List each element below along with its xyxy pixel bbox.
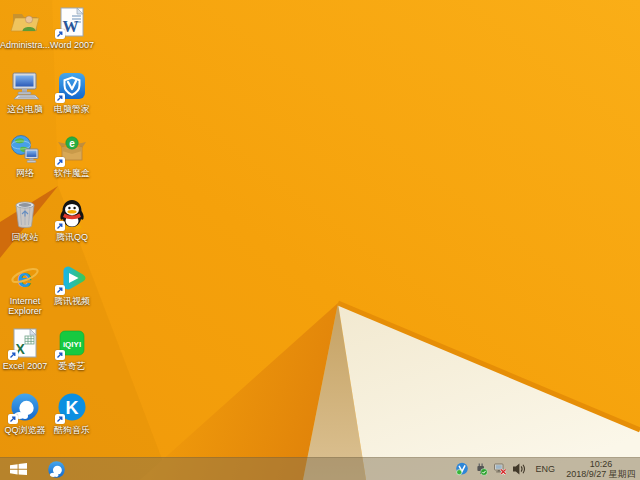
recycle-bin-icon	[9, 198, 41, 230]
start-button[interactable]	[0, 458, 37, 480]
desktop-icon-label: 腾讯QQ	[47, 232, 97, 242]
desktop-icon-label: 软件魔盒	[47, 168, 97, 178]
desktop-icon-label: 网络	[0, 168, 50, 178]
pc-manager-icon	[56, 70, 88, 102]
desktop-icon-excel-2007[interactable]: X Excel 2007	[3, 327, 47, 371]
internet-explorer-icon: e	[9, 262, 41, 294]
desktop-icon-software-magic-box[interactable]: e 软件魔盒	[50, 134, 94, 178]
desktop-icon-label: 爱奇艺	[47, 361, 97, 371]
desktop-icon-this-pc[interactable]: 这台电脑	[3, 70, 47, 114]
taskbar-qq-browser-button[interactable]	[41, 458, 71, 480]
desktop-icon-label: 回收站	[0, 232, 50, 242]
desktop-icon-qq-browser[interactable]: QQ浏览器	[3, 391, 47, 435]
excel-2007-icon: X	[9, 327, 41, 359]
desktop-icon-iqiyi[interactable]: iQIYI 爱奇艺	[50, 327, 94, 371]
desktop-icon-recycle-bin[interactable]: 回收站	[3, 198, 47, 242]
network-disconnected-tray-icon[interactable]	[492, 462, 507, 477]
svg-text:iQIYI: iQIYI	[63, 340, 81, 349]
desktop-icon-internet-explorer[interactable]: e Internet Explorer	[3, 262, 47, 316]
desktop-icon-label: 酷狗音乐	[47, 425, 97, 435]
tencent-video-icon	[56, 262, 88, 294]
desktop-icon-label: 这台电脑	[0, 104, 50, 114]
iqiyi-icon: iQIYI	[56, 327, 88, 359]
desktop-icon-label: 电脑管家	[47, 104, 97, 114]
shortcut-arrow-icon	[8, 414, 18, 424]
shortcut-arrow-icon	[55, 29, 65, 39]
clock-time: 10:26	[590, 459, 613, 469]
desktop-icon-tencent-qq[interactable]: 腾讯QQ	[50, 198, 94, 242]
network-icon	[9, 134, 41, 166]
svg-text:K: K	[66, 398, 79, 418]
desktop-icon-label: 腾讯视频	[47, 296, 97, 306]
pc-manager-tray-icon[interactable]	[454, 462, 469, 477]
svg-text:e: e	[69, 138, 75, 149]
shortcut-arrow-icon	[8, 350, 18, 360]
desktop-icon-label: Administra...	[0, 40, 50, 50]
desktop-icon-pc-manager[interactable]: 电脑管家	[50, 70, 94, 114]
this-pc-icon	[9, 70, 41, 102]
system-tray: ENG 10:26 2018/9/27 星期四	[454, 458, 640, 480]
taskbar-clock[interactable]: 10:26 2018/9/27 星期四	[565, 459, 637, 479]
qq-browser-icon	[9, 391, 41, 423]
taskbar: ENG 10:26 2018/9/27 星期四	[0, 457, 640, 480]
shortcut-arrow-icon	[55, 414, 65, 424]
windows-logo-icon	[10, 463, 27, 475]
volume-tray-icon[interactable]	[511, 462, 526, 477]
software-magic-box-icon: e	[56, 134, 88, 166]
kugou-music-icon: K	[56, 391, 88, 423]
shortcut-arrow-icon	[55, 157, 65, 167]
desktop-icon-network[interactable]: 网络	[3, 134, 47, 178]
desktop: Administra... W Word 2007	[0, 0, 640, 480]
qq-browser-icon	[47, 460, 66, 479]
shortcut-arrow-icon	[55, 350, 65, 360]
desktop-icon-tencent-video[interactable]: 腾讯视频	[50, 262, 94, 306]
word-2007-icon: W	[56, 6, 88, 38]
shortcut-arrow-icon	[55, 285, 65, 295]
desktop-icon-word-2007[interactable]: W Word 2007	[50, 6, 94, 50]
desktop-icon-label: Word 2007	[47, 40, 97, 50]
shortcut-arrow-icon	[55, 221, 65, 231]
language-indicator[interactable]: ENG	[535, 464, 555, 474]
desktop-icon-kugou-music[interactable]: K 酷狗音乐	[50, 391, 94, 435]
desktop-icon-label: Excel 2007	[0, 361, 50, 371]
administrator-folder-icon	[9, 6, 41, 38]
desktop-icon-administrator[interactable]: Administra...	[3, 6, 47, 50]
usb-device-tray-icon[interactable]	[473, 462, 488, 477]
desktop-icon-label: Internet Explorer	[0, 296, 50, 316]
shortcut-arrow-icon	[55, 93, 65, 103]
tencent-qq-icon	[56, 198, 88, 230]
desktop-icon-label: QQ浏览器	[0, 425, 50, 435]
clock-date: 2018/9/27 星期四	[566, 469, 636, 479]
